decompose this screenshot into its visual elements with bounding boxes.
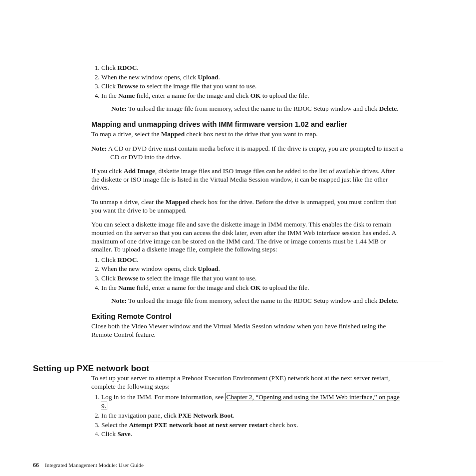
text: . xyxy=(131,430,132,438)
step-pxe4: Click Save. xyxy=(101,430,403,440)
text: check box next to the drive that you wan… xyxy=(185,130,318,138)
text: In the xyxy=(101,92,118,99)
bold: Mapped xyxy=(166,198,189,206)
exit-p: Close both the Video Viewer window and t… xyxy=(91,322,403,339)
bold: Save xyxy=(117,430,131,438)
page: Click RDOC. When the new window opens, c… xyxy=(0,0,476,476)
bold: Upload xyxy=(198,73,218,81)
text: To map a drive, select the xyxy=(91,130,161,138)
bold: Mapped xyxy=(161,130,185,138)
text: to upload the file. xyxy=(260,284,309,291)
map-note: Note: A CD or DVD drive must contain med… xyxy=(91,145,403,161)
bold: RDOC xyxy=(117,256,137,263)
text: Click xyxy=(101,64,117,71)
map-p4: You can select a diskette image file and… xyxy=(91,221,403,253)
step-a2: When the new window opens, click Upload. xyxy=(101,73,403,83)
bold: Browse xyxy=(117,274,138,282)
step-a4: In the Name field, enter a name for the … xyxy=(101,92,403,114)
text: field, enter a name for the image and cl… xyxy=(135,92,250,99)
steps-list-b: Click RDOC. When the new window opens, c… xyxy=(91,256,403,306)
heading-mapping: Mapping and unmapping drives with IMM fi… xyxy=(91,120,403,129)
heading-pxe: Setting up PXE network boot xyxy=(33,364,443,374)
bold: Delete xyxy=(379,105,397,112)
map-p2: If you click Add Image, diskette image f… xyxy=(91,167,403,192)
text: . xyxy=(137,256,138,263)
bold: Browse xyxy=(117,82,138,90)
upper-steps-block: Click RDOC. When the new window opens, c… xyxy=(91,64,403,345)
map-p1: To map a drive, select the Mapped check … xyxy=(91,130,403,139)
note-label: Note: xyxy=(111,105,127,112)
page-number: 66 xyxy=(33,462,39,469)
pxe-intro: To set up your server to attempt a Prebo… xyxy=(91,374,403,391)
note-a: Note: To unload the image file from memo… xyxy=(111,105,403,113)
step-a1: Click RDOC. xyxy=(101,64,403,73)
map-p3: To unmap a drive, clear the Mapped check… xyxy=(91,198,403,215)
page-footer: 66Integrated Management Module: User Gui… xyxy=(33,462,432,469)
text: Click xyxy=(101,274,117,282)
text: Click xyxy=(101,256,117,263)
text: field, enter a name for the image and cl… xyxy=(135,284,250,291)
bold: OK xyxy=(250,92,261,99)
text: If you click xyxy=(91,167,124,175)
note-b: Note: To unload the image file from memo… xyxy=(111,297,403,305)
steps-list-a: Click RDOC. When the new window opens, c… xyxy=(91,64,403,114)
text: To unload the image file from memory, se… xyxy=(127,105,379,112)
step-pxe3: Select the Attempt PXE network boot at n… xyxy=(101,421,403,431)
step-pxe2: In the navigation pane, click PXE Networ… xyxy=(101,412,403,421)
note-label: Note: xyxy=(91,145,107,152)
step-pxe1: Log in to the IMM. For more information,… xyxy=(101,393,403,412)
bold: PXE Network Boot xyxy=(178,412,233,419)
bold: Name xyxy=(118,284,135,291)
pxe-block: To set up your server to attempt a Prebo… xyxy=(91,374,403,445)
heading-exiting: Exiting Remote Control xyxy=(91,312,403,321)
text: In the navigation pane, click xyxy=(101,412,178,419)
text: to upload the file. xyxy=(260,92,309,99)
text: In the xyxy=(101,284,118,291)
text: . xyxy=(137,64,138,71)
text: . xyxy=(397,105,398,112)
text: Click xyxy=(101,82,117,90)
text: A CD or DVD drive must contain media bef… xyxy=(107,145,403,161)
step-b1: Click RDOC. xyxy=(101,256,403,265)
text: To unload the image file from memory, se… xyxy=(127,297,379,304)
text: to select the image file that you want t… xyxy=(138,274,256,282)
bold: Name xyxy=(118,92,135,99)
text: . xyxy=(233,412,235,419)
note-label: Note: xyxy=(111,297,127,304)
step-a3: Click Browse to select the image file th… xyxy=(101,82,403,92)
text: Select the xyxy=(101,421,129,429)
bold: Delete xyxy=(379,297,397,304)
text: to select the image file that you want t… xyxy=(138,82,256,90)
text: Click xyxy=(101,430,117,438)
text: When the new window opens, click xyxy=(101,265,198,272)
bold: Add Image xyxy=(124,167,155,175)
text: Log in to the IMM. For more information,… xyxy=(101,393,226,401)
text: . xyxy=(219,73,220,81)
step-b2: When the new window opens, click Upload. xyxy=(101,265,403,274)
step-b4: In the Name field, enter a name for the … xyxy=(101,284,403,306)
steps-list-pxe: Log in to the IMM. For more information,… xyxy=(91,393,403,440)
text: To unmap a drive, clear the xyxy=(91,198,166,206)
bold: OK xyxy=(250,284,261,291)
bold: RDOC xyxy=(117,64,137,71)
bold: Upload xyxy=(198,265,218,272)
text: . xyxy=(397,297,398,304)
text: check box. xyxy=(268,421,298,429)
text: . xyxy=(219,265,220,272)
bold: Attempt PXE network boot at next server … xyxy=(129,421,267,429)
step-b3: Click Browse to select the image file th… xyxy=(101,274,403,284)
footer-title: Integrated Management Module: User Guide xyxy=(45,462,144,468)
text: When the new window opens, click xyxy=(101,73,198,81)
